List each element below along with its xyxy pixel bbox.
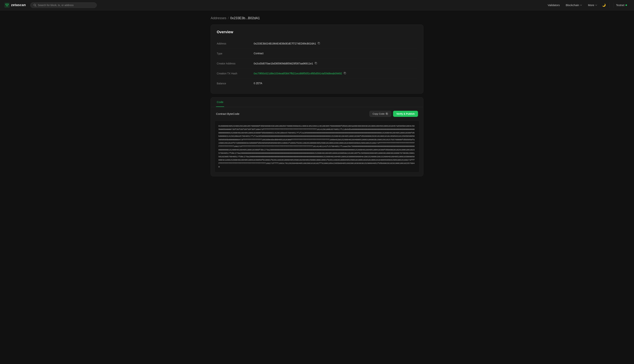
code-tabs: Code	[211, 98, 423, 107]
address-copy-icon[interactable]	[318, 42, 320, 45]
search-icon	[34, 4, 36, 7]
nav-links: Validators Blockchain More 🌙 Testnet	[545, 2, 630, 8]
copy-code-icon	[386, 112, 388, 115]
svg-rect-0	[4, 2, 10, 8]
overview-row-balance: Balance 0 ZETA	[217, 78, 417, 88]
balance-label: Balance	[217, 82, 254, 85]
svg-rect-6	[386, 113, 388, 115]
svg-line-2	[36, 6, 36, 6]
breadcrumb-current: 0x233E3b...B02dA1	[230, 16, 260, 20]
nav-divider	[610, 2, 610, 8]
overview-title: Overview	[217, 30, 417, 34]
search-input[interactable]	[38, 4, 94, 7]
creator-value: 0x2cd3d070ae1bd365909dd859d29f387aa96911…	[254, 62, 417, 65]
address-label: Address	[217, 42, 254, 45]
type-label: Type	[217, 52, 254, 55]
copy-code-button[interactable]: Copy Code	[370, 111, 391, 117]
tx-hash-label: Creation TX Hash	[217, 72, 254, 75]
balance-value: 0 ZETA	[254, 82, 417, 85]
blockchain-chevron-icon	[580, 4, 582, 6]
logo-link[interactable]: zetascan	[4, 2, 26, 8]
svg-rect-5	[344, 72, 346, 74]
nav-blockchain[interactable]: Blockchain	[563, 2, 585, 8]
logo-icon	[4, 2, 10, 8]
code-card: Code Contract ByteCode Copy Code Verify …	[211, 97, 423, 176]
breadcrumb: Addresses / 0x233E3b...B02dA1	[211, 16, 423, 20]
nav-validators[interactable]: Validators	[545, 2, 562, 8]
code-actions: Copy Code Verify & Publish	[370, 111, 418, 117]
creator-copy-icon[interactable]	[314, 62, 317, 65]
tab-code[interactable]: Code	[216, 98, 224, 107]
logo-text: zetascan	[11, 3, 26, 7]
tx-hash-copy-icon[interactable]	[344, 72, 346, 75]
overview-card: Overview Address 0x233E3b024B1984E4E8b0E…	[211, 24, 423, 94]
overview-row-tx-hash: Creation TX Hash 0xc79f00c621d8e1034ea6f…	[217, 68, 417, 78]
nav-more[interactable]: More	[586, 2, 600, 8]
overview-row-type: Type Contract	[217, 48, 417, 58]
testnet-dot	[626, 4, 627, 6]
overview-row-address: Address 0x233E3b024B1984E4E8b0EdE7f7274E…	[217, 38, 417, 48]
verify-publish-button[interactable]: Verify & Publish	[393, 111, 418, 117]
search-bar	[30, 2, 97, 8]
breadcrumb-parent-link[interactable]: Addresses	[211, 16, 226, 20]
code-header: Contract ByteCode Copy Code Verify & Pub…	[211, 107, 423, 120]
breadcrumb-separator: /	[228, 16, 229, 20]
more-chevron-icon	[595, 4, 597, 6]
code-header-title: Contract ByteCode	[216, 112, 240, 115]
testnet-badge: Testnet	[613, 2, 630, 8]
page-content: Addresses / 0x233E3b...B02dA1 Overview A…	[206, 10, 428, 186]
overview-row-creator: Creator Address 0x2cd3d070ae1bd365909dd8…	[217, 58, 417, 68]
type-value: Contract	[254, 52, 417, 55]
svg-rect-4	[315, 62, 317, 64]
tx-hash-value: 0xc79f00c621d8e1034ea6f3847ffd21ecd88f50…	[254, 72, 417, 75]
creator-label: Creator Address	[217, 62, 254, 65]
address-value: 0x233E3b024B1984E4E8b0EdE7f7274ED89cB02d…	[254, 42, 417, 45]
theme-toggle-button[interactable]: 🌙	[600, 2, 607, 8]
navbar: zetascan Validators Blockchain More 🌙	[0, 0, 634, 10]
bytecode-display: 0x608060405234801561001057600080fd5b5060…	[214, 120, 420, 172]
tx-hash-link[interactable]: 0xc79f00c621d8e1034ea6f3847ffd21ecd88f50…	[254, 72, 342, 75]
svg-rect-3	[318, 43, 320, 44]
